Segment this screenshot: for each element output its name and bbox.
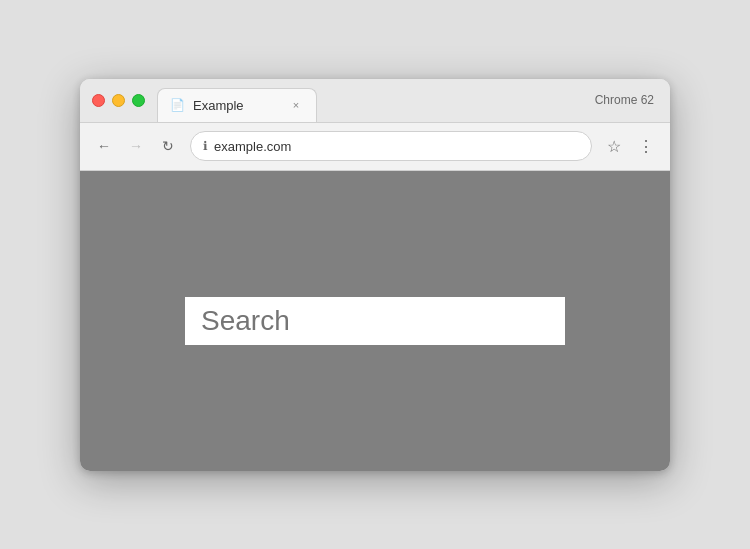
search-input[interactable] xyxy=(185,297,565,345)
secure-icon: ℹ xyxy=(203,139,208,153)
forward-button[interactable]: → xyxy=(122,132,150,160)
menu-button[interactable]: ⋮ xyxy=(632,132,660,160)
traffic-lights xyxy=(92,94,145,107)
page-content xyxy=(80,171,670,471)
tab-page-icon: 📄 xyxy=(170,98,185,112)
tab-title: Example xyxy=(193,98,280,113)
tab-close-button[interactable]: × xyxy=(288,97,304,113)
tabs-area: 📄 Example × xyxy=(157,79,595,122)
url-bar[interactable]: ℹ example.com xyxy=(190,131,592,161)
active-tab[interactable]: 📄 Example × xyxy=(157,88,317,122)
address-bar: ← → ↻ ℹ example.com ☆ ⋮ xyxy=(80,123,670,171)
url-text: example.com xyxy=(214,139,579,154)
reload-button[interactable]: ↻ xyxy=(154,132,182,160)
maximize-button[interactable] xyxy=(132,94,145,107)
close-button[interactable] xyxy=(92,94,105,107)
title-bar: 📄 Example × Chrome 62 xyxy=(80,79,670,123)
browser-window: 📄 Example × Chrome 62 ← → ↻ ℹ example.co… xyxy=(80,79,670,471)
chrome-version-label: Chrome 62 xyxy=(595,93,658,107)
bookmark-button[interactable]: ☆ xyxy=(600,132,628,160)
back-button[interactable]: ← xyxy=(90,132,118,160)
minimize-button[interactable] xyxy=(112,94,125,107)
